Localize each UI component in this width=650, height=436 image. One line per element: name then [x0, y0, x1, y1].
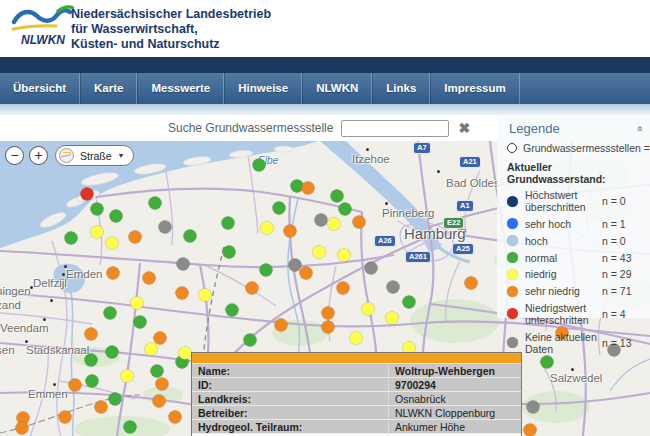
station-dot[interactable]: [524, 424, 537, 436]
station-dot[interactable]: [159, 221, 172, 234]
station-dot[interactable]: [184, 230, 197, 243]
legend-count: n = 71: [602, 285, 642, 297]
town-dot: [385, 202, 388, 205]
legend-count: n = 29: [602, 268, 642, 280]
zoom-out-button[interactable]: −: [5, 146, 24, 165]
station-dot[interactable]: [156, 378, 169, 391]
station-dot[interactable]: [226, 304, 239, 317]
station-dot[interactable]: [331, 190, 344, 203]
station-dot[interactable]: [145, 343, 158, 356]
station-dot[interactable]: [107, 267, 120, 280]
zoom-in-button[interactable]: +: [29, 146, 48, 165]
nav-item-übersicht[interactable]: Übersicht: [0, 73, 80, 104]
station-dot[interactable]: [338, 249, 351, 262]
station-dot[interactable]: [85, 354, 98, 367]
legend-item-row: Niedrigstwert unterschrittenn = 4: [497, 299, 650, 328]
station-dot[interactable]: [153, 395, 166, 408]
station-dot[interactable]: [284, 225, 297, 238]
station-dot[interactable]: [465, 277, 478, 290]
station-dot[interactable]: [149, 197, 162, 210]
station-dot[interactable]: [124, 421, 137, 434]
station-dot[interactable]: [179, 347, 192, 360]
station-dot[interactable]: [131, 297, 144, 310]
town-dot: [50, 299, 53, 302]
town-dot: [62, 273, 65, 276]
station-dot[interactable]: [65, 232, 78, 245]
road-badge-a21: A21: [459, 156, 481, 168]
legend-item-row: sehr niedrign = 71: [497, 283, 650, 300]
station-dot[interactable]: [85, 328, 98, 341]
station-dot[interactable]: [91, 226, 104, 239]
station-dot[interactable]: [222, 217, 235, 230]
station-dot[interactable]: [81, 188, 94, 201]
nav-item-links[interactable]: Links: [372, 73, 430, 104]
station-dot[interactable]: [106, 346, 119, 359]
tooltip-row: Name:Woltrup-Wehbergen: [192, 363, 521, 377]
station-dot[interactable]: [244, 334, 257, 347]
station-dot[interactable]: [322, 321, 335, 334]
station-dot[interactable]: [91, 203, 104, 216]
road-badge-a25: A25: [452, 243, 474, 255]
station-dot[interactable]: [106, 237, 119, 250]
station-dot[interactable]: [154, 332, 167, 345]
station-dot[interactable]: [110, 210, 123, 223]
station-dot[interactable]: [315, 214, 328, 227]
nav-item-karte[interactable]: Karte: [80, 73, 137, 104]
nav-item-hinweise[interactable]: Hinweise: [224, 73, 302, 104]
search-input[interactable]: [341, 120, 449, 137]
station-dot[interactable]: [246, 282, 259, 295]
station-dot[interactable]: [337, 282, 350, 295]
station-dot[interactable]: [177, 258, 190, 271]
station-dot[interactable]: [339, 203, 352, 216]
nav-item-impressum[interactable]: Impressum: [430, 73, 519, 104]
station-dot[interactable]: [275, 319, 288, 332]
station-dot[interactable]: [134, 316, 147, 329]
station-dot[interactable]: [313, 246, 326, 259]
nav-item-messwerte[interactable]: Messwerte: [137, 73, 224, 104]
nav-item-nlwkn[interactable]: NLWKN: [302, 73, 372, 104]
station-dot[interactable]: [300, 267, 313, 280]
station-dot[interactable]: [273, 202, 286, 215]
station-dot[interactable]: [143, 272, 156, 285]
station-dot[interactable]: [403, 296, 416, 309]
station-dot[interactable]: [59, 411, 72, 424]
basemap-selector[interactable]: Straße ▼: [55, 145, 134, 166]
legend-dot-icon: [507, 252, 518, 263]
station-dot[interactable]: [223, 246, 236, 259]
station-dot[interactable]: [260, 264, 273, 277]
station-dot[interactable]: [176, 287, 189, 300]
map-label: Pinneberg: [382, 207, 434, 219]
station-dot[interactable]: [253, 159, 266, 172]
station-dot[interactable]: [199, 289, 212, 302]
station-dot[interactable]: [261, 222, 274, 235]
station-dot[interactable]: [328, 218, 341, 231]
station-dot[interactable]: [95, 401, 108, 414]
station-dot[interactable]: [121, 370, 134, 383]
station-dot[interactable]: [541, 356, 554, 369]
station-dot[interactable]: [527, 401, 540, 414]
clear-search-icon[interactable]: ✖: [458, 120, 470, 136]
station-dot[interactable]: [350, 332, 363, 345]
station-dot[interactable]: [86, 375, 99, 388]
station-dot[interactable]: [353, 216, 366, 229]
station-dot[interactable]: [169, 411, 182, 424]
station-dot[interactable]: [302, 182, 315, 195]
search-label: Suche Grundwassermessstelle: [168, 121, 333, 135]
station-dot[interactable]: [386, 312, 399, 325]
station-dot[interactable]: [362, 303, 375, 316]
station-dot[interactable]: [16, 422, 29, 435]
road-badge-e22: E22: [443, 217, 464, 229]
station-dot[interactable]: [387, 281, 400, 294]
station-dot[interactable]: [289, 259, 302, 272]
station-dot[interactable]: [151, 365, 164, 378]
station-dot[interactable]: [104, 307, 117, 320]
station-dot[interactable]: [129, 231, 142, 244]
legend-panel: Legende » Grundwassermessstelle n = 161 …: [497, 115, 650, 318]
station-dot[interactable]: [365, 262, 378, 275]
town-dot: [437, 170, 440, 173]
station-dot[interactable]: [69, 379, 82, 392]
legend-collapse-icon[interactable]: »: [633, 125, 645, 131]
station-dot[interactable]: [109, 393, 122, 406]
legend-dot-icon: [507, 308, 518, 319]
station-dot[interactable]: [322, 307, 335, 320]
